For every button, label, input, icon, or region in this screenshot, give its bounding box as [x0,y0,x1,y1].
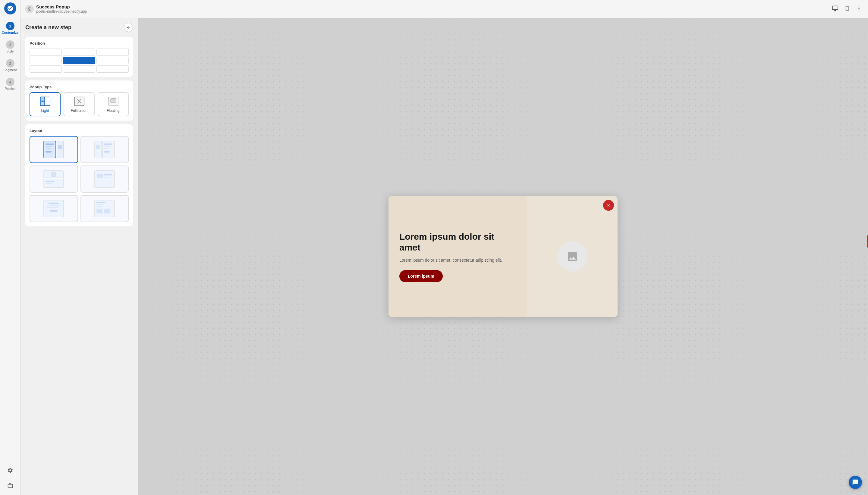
pos-top-center[interactable] [63,49,95,56]
svg-rect-43 [104,209,110,214]
popup-body: Lorem ipsum dolor sit amet, consectetur … [399,257,516,263]
svg-rect-12 [46,146,52,147]
popup-type-label: Popup Type [30,85,129,89]
popup-type-light-label: Light [41,108,49,113]
svg-rect-8 [111,100,115,100]
briefcase-button[interactable] [4,479,16,491]
svg-rect-4 [41,101,44,102]
svg-rect-36 [47,207,58,208]
panel-title: Create a new step [25,24,71,31]
settings-button[interactable] [4,464,16,476]
step-circle-2: 2 [6,40,15,49]
svg-rect-17 [94,141,101,158]
panel-header: Create a new step [25,23,133,32]
svg-rect-3 [41,100,44,101]
layout-option-4[interactable] [81,166,129,193]
svg-rect-9 [111,101,114,101]
settings-panel: Create a new step Position Popup Type [20,18,138,495]
close-icon: × [607,202,610,209]
pos-mid-center[interactable] [63,57,95,64]
pos-bot-center[interactable] [63,65,95,73]
svg-rect-13 [46,148,51,149]
popup-content-left: Lorem ipsum dolor sit amet Lorem ipsum d… [388,196,527,317]
svg-rect-37 [50,210,57,211]
step-label-publish: Publish [4,87,15,90]
popup-image-area [527,196,618,317]
page-url: poetic-muffin-cbc3ee.netlify.app [36,9,87,14]
step-circle-3: 3 [6,59,15,68]
svg-rect-2 [41,99,44,99]
svg-rect-27 [46,181,55,182]
svg-rect-34 [49,203,59,204]
more-options-button[interactable] [855,4,863,14]
topbar: Success Popup poetic-muffin-cbc3ee.netli… [20,0,868,18]
sidebar-item-segment[interactable]: 3 Segment [0,57,20,74]
step-label-customize: Customize [2,31,19,34]
popup-type-fullscreen-label: Fullscreen [71,108,87,113]
svg-rect-41 [97,206,103,207]
step-circle-1: 1 [6,22,15,30]
sidebar-item-publish[interactable]: 4 Publish [0,75,20,93]
pos-bot-right[interactable] [97,65,129,73]
pos-mid-right[interactable] [97,57,129,64]
layout-section: Layout [25,124,133,226]
step-label-segment: Segment [3,68,17,72]
layout-option-6[interactable] [81,195,129,222]
sidebar-item-style[interactable]: 2 Style [0,38,20,55]
chat-bubble-button[interactable] [849,476,862,489]
svg-rect-28 [46,183,53,184]
pos-top-left[interactable] [30,49,62,56]
popup-type-section: Popup Type Light Ful [25,81,133,121]
svg-rect-42 [97,209,103,214]
pos-mid-left[interactable] [30,57,62,64]
layout-label: Layout [30,129,129,133]
position-section: Position [25,37,133,77]
feedback-tab[interactable]: Feedback [867,236,868,248]
popup-type-light[interactable]: Light [30,92,60,116]
popup-type-fullscreen[interactable]: Fullscreen [64,92,94,116]
popup-type-row: Light Fullscreen Floating [30,92,129,116]
layout-option-2[interactable] [81,136,129,163]
sidebar-item-customize[interactable]: 1 Customize [0,19,20,37]
layout-option-3[interactable] [30,166,78,193]
mobile-view-button[interactable] [843,4,851,14]
layout-option-5[interactable] [30,195,78,222]
svg-rect-35 [47,205,60,206]
layout-grid [30,136,129,222]
pos-bot-left[interactable] [30,65,62,73]
popup-close-button[interactable]: × [603,200,614,211]
layout-option-1[interactable] [30,136,78,163]
svg-rect-7 [110,99,116,102]
svg-rect-11 [46,143,54,145]
popup-type-floating[interactable]: Floating [98,92,129,116]
step-label-style: Style [6,49,14,53]
svg-rect-25 [51,172,56,177]
page-title: Success Popup [36,4,87,9]
svg-rect-40 [97,204,104,205]
position-grid [30,49,129,73]
svg-rect-21 [104,146,110,147]
preview-canvas: × Lorem ipsum dolor sit amet Lorem ipsum… [138,18,868,495]
popup-cta-button[interactable]: Lorem ipsum [399,270,443,282]
app-logo[interactable] [4,2,16,15]
svg-rect-30 [97,174,103,178]
svg-rect-39 [97,202,105,203]
popup-preview: × Lorem ipsum dolor sit amet Lorem ipsum… [388,196,618,317]
svg-rect-15 [57,141,64,158]
svg-rect-14 [46,151,52,153]
svg-rect-16 [58,145,63,149]
svg-rect-22 [104,148,109,149]
pos-top-right[interactable] [97,49,129,56]
svg-rect-31 [104,174,112,175]
step-circle-4: 4 [6,78,15,86]
sidebar-nav: 1 Customize 2 Style 3 Segment 4 Publish [0,0,20,495]
back-button[interactable] [124,23,133,32]
desktop-view-button[interactable] [831,4,840,14]
globe-icon [25,5,34,13]
topbar-actions [831,4,863,14]
svg-rect-18 [96,145,100,149]
svg-rect-29 [94,171,115,188]
image-placeholder [557,241,587,272]
svg-rect-32 [104,177,110,177]
popup-type-floating-label: Floating [107,108,120,113]
